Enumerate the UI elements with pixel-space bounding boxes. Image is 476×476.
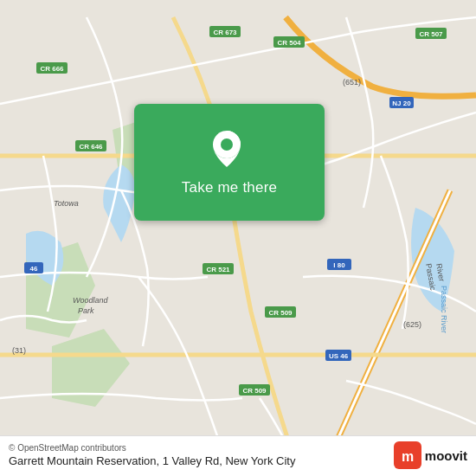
svg-text:Park: Park xyxy=(78,306,94,315)
moovit-logo: m moovit xyxy=(394,441,467,469)
svg-text:46: 46 xyxy=(30,265,38,273)
svg-text:(625): (625) xyxy=(403,320,421,329)
svg-text:(651): (651) xyxy=(343,78,361,87)
svg-text:CR 509: CR 509 xyxy=(242,387,267,395)
svg-text:NJ 20: NJ 20 xyxy=(392,100,411,107)
take-me-there-label: Take me there xyxy=(182,179,277,196)
map-pin-icon xyxy=(211,129,248,172)
svg-text:CR 646: CR 646 xyxy=(79,143,103,151)
svg-text:I 80: I 80 xyxy=(333,261,345,269)
svg-text:CR 666: CR 666 xyxy=(40,65,64,73)
map-overlay: Totowa Woodland Park Passaic River Passa… xyxy=(0,0,476,476)
location-text: Garrett Mountain Reservation, 1 Valley R… xyxy=(9,454,295,467)
svg-text:m: m xyxy=(402,449,414,464)
svg-point-43 xyxy=(221,138,233,151)
svg-text:CR 509: CR 509 xyxy=(268,309,293,317)
svg-text:CR 504: CR 504 xyxy=(277,39,301,47)
svg-text:CR 507: CR 507 xyxy=(419,30,443,38)
svg-text:Totowa: Totowa xyxy=(54,199,79,208)
svg-text:CR 673: CR 673 xyxy=(213,29,237,36)
svg-text:Passaic River: Passaic River xyxy=(440,286,448,333)
take-me-there-button[interactable]: Take me there xyxy=(134,104,325,221)
bottom-bar-left: © OpenStreetMap contributors Garrett Mou… xyxy=(9,443,295,467)
svg-text:US 46: US 46 xyxy=(329,352,349,360)
svg-text:Woodland: Woodland xyxy=(73,296,109,305)
svg-text:(31): (31) xyxy=(12,346,26,355)
copyright-text: © OpenStreetMap contributors xyxy=(9,443,295,453)
svg-line-4 xyxy=(329,190,450,459)
svg-text:CR 521: CR 521 xyxy=(206,266,230,273)
moovit-wordmark: moovit xyxy=(425,448,467,463)
bottom-info-bar: © OpenStreetMap contributors Garrett Mou… xyxy=(0,435,476,476)
moovit-icon: m xyxy=(394,441,421,469)
map-container: Totowa Woodland Park Passaic River Passa… xyxy=(0,0,476,476)
